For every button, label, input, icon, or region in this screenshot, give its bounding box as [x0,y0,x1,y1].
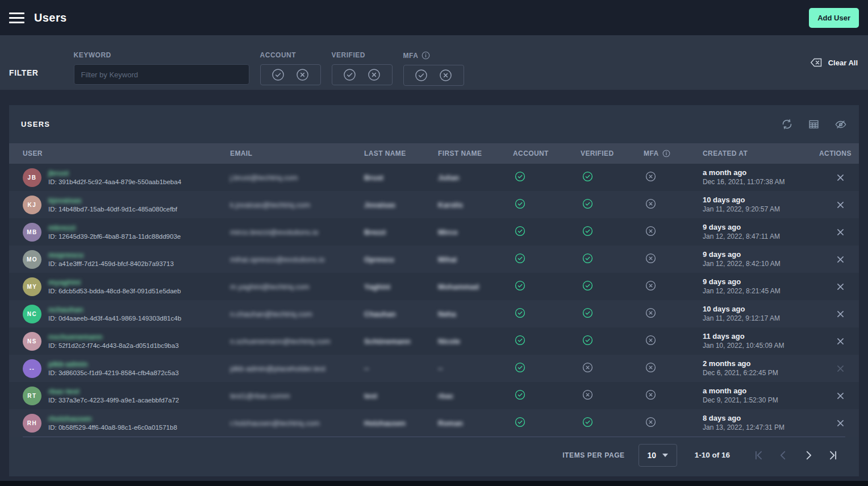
check-circle-icon [515,389,525,400]
created-relative: 2 months ago [703,359,819,368]
items-per-page-select[interactable]: 10 [639,444,677,467]
page-title: Users [34,11,67,24]
first-name-cell: Mohammad [438,283,513,291]
first-page-icon [752,449,765,462]
cross-circle-icon [645,280,656,291]
column-header-last-name[interactable]: LAST NAME [364,149,438,157]
created-relative: a month ago [703,168,819,177]
refresh-button[interactable] [781,118,793,130]
table-row: RHrholzhausenID: 0b58f529-4ff6-40a8-98c1… [9,409,859,437]
avatar: JB [23,168,41,187]
last-name-cell: test [364,392,438,400]
username-link[interactable]: myaghini [48,278,181,286]
table-row: MBmbrezziID: 12645d39-2bf6-4ba8-871a-11d… [9,218,859,246]
created-date: Jan 13, 2022, 12:47:31 PM [703,423,819,432]
menu-icon[interactable] [9,13,24,23]
username-link[interactable]: mbrezzi [48,223,181,232]
column-header-mfa[interactable]: MFA [644,149,703,157]
column-header-verified[interactable]: VERIFIED [581,149,644,157]
table-body: JBjbrustID: 391b4d2f-5c92-4aa4-879e-550a… [9,164,859,437]
username-link[interactable]: rbac-test [48,387,179,396]
verified-filter-no-button[interactable] [368,68,381,81]
account-filter-toggle [260,64,321,85]
next-page-button[interactable] [800,449,817,462]
table-row: --plkb-adminID: 3d86035c-f1d9-4219-8584-… [9,355,859,382]
info-icon [422,51,430,60]
previous-page-button[interactable] [775,449,792,462]
check-circle-icon [272,68,285,81]
account-filter-no-button[interactable] [296,68,309,81]
actions-cell [819,337,845,346]
created-at-cell: a month agoDec 9, 2021, 1:52:30 PM [703,387,819,405]
first-page-button[interactable] [750,449,767,462]
delete-icon [836,173,845,182]
column-header-actions: ACTIONS [819,149,852,157]
email-cell: r.holzhausen@techtriq.com [230,419,364,427]
filter-section-label: FILTER [9,68,39,77]
user-cell: NCnchauhanID: 0d4aaeeb-4d3f-4a41-9869-14… [23,305,230,323]
check-circle-icon [515,417,525,427]
last-page-button[interactable] [825,449,842,462]
check-circle-icon [515,253,525,264]
created-at-cell: 9 days agoJan 12, 2022, 8:21:45 AM [703,277,819,296]
actions-cell [819,364,845,373]
first-name-cell: Neha [438,310,513,318]
check-circle-icon [515,362,525,373]
table-row: JBjbrustID: 391b4d2f-5c92-4aa4-879e-550a… [9,164,859,191]
column-header-email[interactable]: EMAIL [230,149,364,157]
table-row: NSnschuenemannID: 52f1d2c2-f74c-4d43-8a2… [9,327,859,355]
add-user-button[interactable]: Add User [809,8,859,28]
last-name-cell: Schünemann [364,337,438,346]
column-header-created-at[interactable]: CREATED AT [703,149,819,157]
delete-icon [836,282,845,292]
delete-icon [836,309,845,319]
delete-user-button[interactable] [836,200,845,210]
cross-circle-icon [296,68,309,81]
last-name-cell: Jovaisas [364,201,438,209]
delete-icon [836,391,845,401]
created-date: Jan 10, 2022, 10:45:09 AM [703,342,819,350]
cross-circle-icon [645,171,656,182]
username-link[interactable]: plkb-admin [48,360,179,368]
delete-user-button[interactable] [836,227,845,237]
created-at-cell: a month agoDec 16, 2021, 11:07:38 AM [703,168,819,186]
verified-status [581,335,644,348]
username-link[interactable]: moprescu [48,251,174,259]
username-link[interactable]: kjovaisas [48,196,177,205]
delete-user-button[interactable] [836,391,845,401]
actions-cell [819,255,845,264]
actions-cell [819,309,845,319]
actions-cell [819,282,845,292]
delete-user-button[interactable] [836,337,845,346]
mfa-filter-no-button[interactable] [439,69,452,82]
delete-user-button[interactable] [836,282,845,292]
delete-user-button[interactable] [836,255,845,264]
check-circle-icon [582,335,593,346]
keyword-input[interactable] [74,64,249,85]
avatar: RT [23,387,41,405]
table-toolbar [781,118,847,131]
username-link[interactable]: nchauhan [48,305,181,314]
last-page-icon [827,449,840,462]
columns-button[interactable] [808,118,820,130]
hide-columns-button[interactable] [834,118,847,131]
column-header-account[interactable]: ACCOUNT [513,149,581,157]
username-link[interactable]: rholzhausen [48,414,177,423]
check-circle-icon [582,226,593,236]
table-footer: ITEMS PER PAGE 10 1-10 of 16 [9,437,859,476]
username-link[interactable]: jbrust [48,169,181,177]
column-header-first-name[interactable]: FIRST NAME [438,149,513,157]
account-filter-yes-button[interactable] [272,68,285,81]
mfa-filter-group: MFA [403,35,464,86]
filter-bar: FILTER KEYWORD ACCOUNT VERIFIED MFA Clea… [0,35,868,90]
column-header-user[interactable]: USER [23,149,230,157]
delete-user-button[interactable] [836,418,845,428]
mfa-filter-yes-button[interactable] [415,69,428,82]
username-link[interactable]: nschuenemann [48,333,179,341]
check-circle-icon [515,335,525,346]
clear-all-button[interactable]: Clear All [809,56,858,69]
mfa-status [644,171,703,184]
delete-user-button[interactable] [836,173,845,182]
verified-filter-yes-button[interactable] [343,68,356,81]
delete-user-button[interactable] [836,309,845,319]
